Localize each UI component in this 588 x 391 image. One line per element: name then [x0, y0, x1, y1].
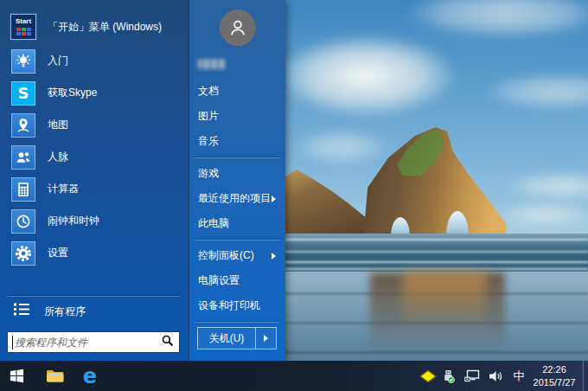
tray-usb-safely-remove[interactable] — [438, 361, 458, 391]
divider — [195, 157, 280, 158]
menu-item-label: 设置 — [48, 246, 68, 260]
user-name-redacted[interactable] — [198, 59, 226, 69]
menu-item-label: 人脉 — [48, 150, 68, 164]
network-icon — [464, 369, 480, 382]
right-group-settings: 控制面板(C) 电脑设置 设备和打印机 — [189, 243, 285, 318]
right-item-devices-printers[interactable]: 设备和打印机 — [189, 293, 285, 318]
yellow-diamond-icon — [419, 369, 436, 382]
all-programs-label: 所有程序 — [44, 304, 86, 319]
right-item-pc-settings[interactable]: 电脑设置 — [189, 268, 285, 293]
spacer — [0, 269, 189, 296]
start-menu-left-panel: Start 「开始」菜单 (Windows) 入门 S 获取Sk — [0, 0, 189, 361]
text-caret — [12, 336, 13, 349]
right-item-documents[interactable]: 文档 — [189, 79, 285, 104]
menu-item-settings[interactable]: 设置 — [0, 237, 189, 269]
submenu-arrow-icon — [272, 196, 276, 202]
lightbulb-icon — [11, 49, 35, 74]
cloud-shape — [275, 35, 457, 117]
edge-browser-button[interactable]: e — [76, 361, 104, 391]
tray-network[interactable] — [461, 361, 483, 391]
start-button[interactable] — [3, 361, 29, 391]
folder-icon — [46, 369, 64, 383]
skype-icon: S — [11, 81, 35, 106]
cloud-shape — [484, 74, 588, 110]
submenu-arrow-icon — [264, 335, 268, 342]
divider — [195, 322, 280, 323]
start-menu-right-panel: 文档 图片 音乐 游戏 最近使用的项目 此电脑 控制面板(C) 电脑设置 — [189, 0, 285, 361]
golden-reflection — [403, 272, 486, 328]
small-rock-formation — [284, 170, 367, 237]
shutdown-button[interactable]: 关机(U) — [198, 328, 255, 349]
user-avatar[interactable] — [220, 10, 256, 46]
right-item-pictures[interactable]: 图片 — [189, 104, 285, 129]
clock-date: 2015/7/27 — [529, 376, 579, 388]
menu-item-people[interactable]: 人脉 — [0, 141, 189, 173]
right-group-libraries: 文档 图片 音乐 — [189, 79, 285, 154]
cloud-shape — [406, 0, 588, 39]
all-programs-button[interactable]: 所有程序 — [0, 297, 189, 326]
menu-item-label: 闹钟和时钟 — [48, 214, 99, 228]
right-item-this-pc[interactable]: 此电脑 — [189, 211, 285, 236]
shutdown-split-button: 关机(U) — [197, 327, 277, 349]
search-row — [0, 326, 189, 361]
start-menu: Start 「开始」菜单 (Windows) 入门 S 获取Sk — [0, 0, 285, 361]
search-input[interactable] — [8, 337, 162, 349]
cloud-shape — [294, 130, 389, 164]
menu-item-start-menu-windows[interactable]: Start 「开始」菜单 (Windows) — [0, 0, 189, 45]
shutdown-options-arrow-button[interactable] — [255, 328, 276, 349]
start-icon-caption: Start — [16, 18, 31, 25]
all-programs-icon — [14, 303, 29, 320]
taskbar: e — [0, 361, 588, 391]
tray-clock[interactable]: 22:26 2015/7/27 — [529, 361, 579, 391]
file-explorer-button[interactable] — [40, 361, 69, 391]
divider — [195, 240, 280, 240]
usb-device-icon — [442, 369, 455, 383]
menu-item-label: 入门 — [48, 54, 68, 68]
menu-item-alarms-clock[interactable]: 闹钟和时钟 — [0, 205, 189, 237]
submenu-arrow-icon — [272, 253, 276, 260]
gear-icon — [11, 241, 35, 266]
show-desktop-button[interactable] — [583, 361, 588, 391]
clock-icon — [11, 209, 35, 234]
menu-item-label: 地图 — [48, 118, 68, 132]
menu-item-label: 计算器 — [48, 182, 79, 196]
menu-item-calculator[interactable]: 计算器 — [0, 173, 189, 205]
search-box[interactable] — [7, 331, 180, 353]
search-icon[interactable] — [162, 335, 174, 350]
screen: Start 「开始」菜单 (Windows) 入门 S 获取Sk — [0, 0, 588, 391]
start-icon-tiles — [16, 28, 31, 35]
people-icon — [11, 145, 35, 170]
volume-icon — [489, 370, 503, 382]
right-item-recent-items[interactable]: 最近使用的项目 — [189, 186, 285, 211]
windows-logo-icon — [10, 369, 24, 383]
menu-item-getting-started[interactable]: 入门 — [0, 45, 189, 77]
start-menu-app-icon: Start — [10, 14, 36, 40]
menu-item-label: 「开始」菜单 (Windows) — [48, 20, 162, 35]
clock-time: 22:26 — [529, 363, 579, 375]
menu-item-label: 获取Skype — [48, 86, 97, 100]
menu-item-maps[interactable]: 地图 — [0, 109, 189, 141]
tray-input-indicator[interactable]: 中 — [508, 361, 529, 391]
map-pin-icon — [11, 113, 35, 138]
menu-item-get-skype[interactable]: S 获取Skype — [0, 77, 189, 109]
calculator-icon — [11, 177, 35, 202]
right-item-games[interactable]: 游戏 — [189, 161, 285, 186]
edge-icon: e — [83, 366, 97, 387]
cloud-shape — [506, 173, 588, 199]
cloud-shape — [497, 203, 588, 226]
right-item-music[interactable]: 音乐 — [189, 129, 285, 154]
tray-volume[interactable] — [484, 361, 507, 391]
tray-app-icon-yellow[interactable] — [418, 361, 438, 391]
right-item-control-panel[interactable]: 控制面板(C) — [189, 243, 285, 268]
chinese-input-indicator: 中 — [514, 369, 525, 384]
right-group-system: 游戏 最近使用的项目 此电脑 — [189, 161, 285, 236]
